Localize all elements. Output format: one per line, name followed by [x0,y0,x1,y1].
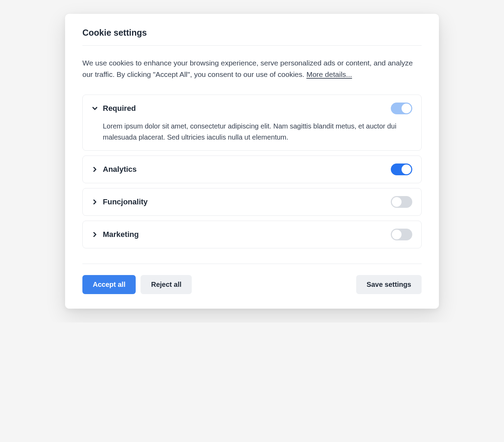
category-header: Funcjonality [92,196,412,208]
category-marketing: Marketing [82,221,422,248]
toggle-analytics[interactable] [391,163,412,175]
toggle-knob [392,197,402,207]
toggle-knob [402,165,411,174]
reject-all-button[interactable]: Reject all [141,275,192,294]
category-title[interactable]: Funcjonality [103,197,386,206]
chevron-right-icon[interactable] [92,166,98,173]
cookie-settings-modal: Cookie settings We use cookies to enhanc… [65,14,439,309]
category-analytics: Analytics [82,156,422,183]
divider-bottom [82,264,422,264]
divider-top [82,45,422,46]
chevron-down-icon[interactable] [92,105,98,112]
modal-title: Cookie settings [82,28,422,38]
category-header: Required [92,103,412,114]
accept-all-button[interactable]: Accept all [82,275,136,294]
save-settings-button[interactable]: Save settings [356,275,422,294]
category-title[interactable]: Marketing [103,230,386,239]
category-body: Lorem ipsum dolor sit amet, consectetur … [92,121,412,143]
toggle-knob [392,230,402,239]
more-details-link[interactable]: More details... [306,70,352,78]
category-title[interactable]: Analytics [103,165,386,174]
toggle-marketing[interactable] [391,229,412,240]
category-functionality: Funcjonality [82,188,422,216]
category-list: Required Lorem ipsum dolor sit amet, con… [82,95,422,248]
toggle-required [391,103,412,114]
chevron-right-icon[interactable] [92,231,98,238]
description-text: We use cookies to enhance your browsing … [82,59,413,78]
modal-footer: Accept all Reject all Save settings [82,275,422,294]
category-header: Marketing [92,229,412,240]
toggle-knob [402,104,411,113]
category-title[interactable]: Required [103,104,386,113]
toggle-functionality[interactable] [391,196,412,208]
category-header: Analytics [92,163,412,175]
category-required: Required Lorem ipsum dolor sit amet, con… [82,95,422,151]
chevron-right-icon[interactable] [92,199,98,205]
spacer [197,275,351,294]
cookie-description: We use cookies to enhance your browsing … [82,58,422,80]
